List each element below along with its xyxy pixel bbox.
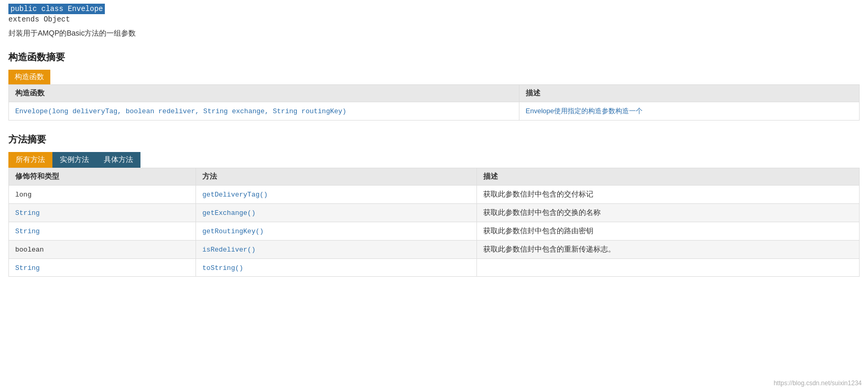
constructor-table-header-row: 构造函数 描述 bbox=[9, 85, 860, 102]
method-col-method: 方法 bbox=[196, 168, 477, 186]
description-cell: 获取此参数信封中包含的交换的名称 bbox=[476, 204, 859, 222]
method-col-modifier: 修饰符和类型 bbox=[9, 168, 196, 186]
constructor-cell: Envelope(long deliveryTag, boolean redel… bbox=[9, 102, 519, 121]
constructor-badge: 构造函数 bbox=[8, 70, 50, 84]
class-name: Envelope bbox=[68, 5, 103, 13]
method-cell: toString() bbox=[196, 259, 477, 277]
constructor-col-description: 描述 bbox=[519, 85, 859, 102]
page-container: public class Envelope extends Object 封装用… bbox=[0, 0, 868, 281]
table-row: StringgetExchange()获取此参数信封中包含的交换的名称 bbox=[9, 204, 860, 222]
method-table: 修饰符和类型 方法 描述 longgetDeliveryTag()获取此参数信封… bbox=[8, 168, 860, 277]
method-col-description: 描述 bbox=[476, 168, 859, 186]
table-row: StringgetRoutingKey()获取此参数信封中包含的路由密钥 bbox=[9, 222, 860, 241]
modifier-cell: boolean bbox=[9, 241, 196, 259]
description-cell: 获取此参数信封中包含的重新传递标志。 bbox=[476, 241, 859, 259]
method-tab-button[interactable]: 实例方法 bbox=[52, 152, 96, 168]
description-cell: Envelope使用指定的构造参数构造一个 bbox=[519, 102, 859, 121]
class-title: public class Envelope bbox=[8, 4, 105, 14]
description-cell: 获取此参数信封中包含的交付标记 bbox=[476, 186, 859, 204]
method-tab-button[interactable]: 具体方法 bbox=[96, 152, 140, 168]
modifier-cell: String bbox=[9, 222, 196, 241]
method-section-title: 方法摘要 bbox=[8, 133, 860, 146]
modifier-cell: String bbox=[9, 204, 196, 222]
modifier-cell: String bbox=[9, 259, 196, 277]
class-extends: extends Object bbox=[8, 15, 860, 24]
description-cell: 获取此参数信封中包含的路由密钥 bbox=[476, 222, 859, 241]
class-title-prefix: public class bbox=[10, 5, 68, 13]
table-row: StringtoString() bbox=[9, 259, 860, 277]
method-cell: getExchange() bbox=[196, 204, 477, 222]
class-header: public class Envelope extends Object 封装用… bbox=[8, 4, 860, 38]
modifier-cell: long bbox=[9, 186, 196, 204]
class-description: 封装用于AMQP的Basic方法的一组参数 bbox=[8, 29, 860, 38]
method-tab-bar: 所有方法实例方法具体方法 bbox=[8, 152, 860, 168]
constructor-col-constructor: 构造函数 bbox=[9, 85, 519, 102]
table-row: longgetDeliveryTag()获取此参数信封中包含的交付标记 bbox=[9, 186, 860, 204]
constructor-block: 构造函数 构造函数 描述 Envelope(long deliveryTag, … bbox=[8, 70, 860, 121]
method-section: 方法摘要 所有方法实例方法具体方法 修饰符和类型 方法 描述 longgetDe… bbox=[8, 133, 860, 277]
method-cell: isRedeliver() bbox=[196, 241, 477, 259]
description-cell bbox=[476, 259, 859, 277]
constructor-section-title: 构造函数摘要 bbox=[8, 51, 860, 63]
constructor-section: 构造函数摘要 构造函数 构造函数 描述 Envelope(long delive… bbox=[8, 51, 860, 121]
method-tab-button[interactable]: 所有方法 bbox=[8, 152, 52, 168]
table-row: booleanisRedeliver()获取此参数信封中包含的重新传递标志。 bbox=[9, 241, 860, 259]
constructor-table: 构造函数 描述 Envelope(long deliveryTag, boole… bbox=[8, 84, 860, 121]
class-title-line: public class Envelope bbox=[8, 4, 860, 13]
table-row: Envelope(long deliveryTag, boolean redel… bbox=[9, 102, 860, 121]
method-cell: getDeliveryTag() bbox=[196, 186, 477, 204]
method-cell: getRoutingKey() bbox=[196, 222, 477, 241]
method-table-header-row: 修饰符和类型 方法 描述 bbox=[9, 168, 860, 186]
